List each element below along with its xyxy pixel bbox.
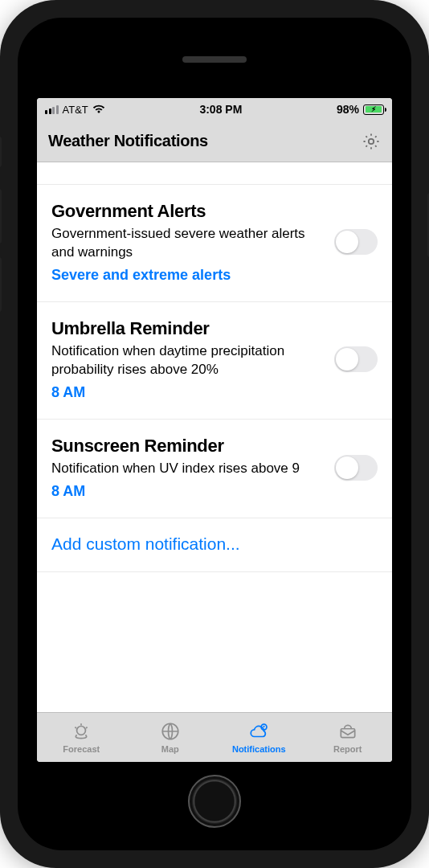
svg-rect-4	[341, 729, 354, 738]
section-time-link[interactable]: 8 AM	[51, 483, 326, 500]
status-time: 3:08 PM	[199, 103, 242, 116]
volume-up	[0, 189, 2, 244]
tab-map[interactable]: Map	[126, 713, 215, 762]
battery-percent: 98%	[337, 103, 359, 116]
nav-header: Weather Notifications	[37, 121, 392, 162]
status-bar: AT&T 3:08 PM 98% ⚡︎	[37, 98, 392, 121]
add-custom-row[interactable]: Add custom notification...	[37, 518, 392, 572]
globe-icon	[160, 721, 181, 742]
tab-label: Map	[161, 744, 179, 754]
content-scroll[interactable]: Government Alerts Government-issued seve…	[37, 162, 392, 712]
speaker-grille	[182, 56, 247, 63]
tab-label: Forecast	[63, 744, 100, 754]
section-sunscreen-reminder: Sunscreen Reminder Notification when UV …	[37, 420, 392, 518]
section-time-link[interactable]: 8 AM	[51, 384, 326, 401]
signal-bars-icon	[45, 105, 59, 114]
tab-label: Report	[333, 744, 362, 754]
tab-forecast[interactable]: Forecast	[37, 713, 126, 762]
page-title: Weather Notifications	[48, 132, 208, 150]
section-description: Notification when UV index rises above 9	[51, 460, 326, 478]
tab-bar: Forecast Map Notifications Report	[37, 712, 392, 762]
svg-point-1	[77, 727, 86, 735]
tab-notifications[interactable]: Notifications	[214, 713, 304, 762]
toggle-sunscreen-reminder[interactable]	[334, 455, 378, 481]
device-bezel: AT&T 3:08 PM 98% ⚡︎ Weather Notification…	[18, 18, 411, 850]
mute-switch	[0, 137, 2, 167]
toggle-umbrella-reminder[interactable]	[334, 346, 378, 372]
gear-icon[interactable]	[362, 132, 381, 151]
cloud-alert-icon	[248, 721, 269, 742]
envelope-cloud-icon	[337, 721, 358, 742]
tab-label: Notifications	[232, 744, 286, 754]
svg-point-0	[369, 138, 374, 143]
toggle-government-alerts[interactable]	[334, 229, 378, 255]
section-detail-link[interactable]: Severe and extreme alerts	[51, 267, 326, 284]
battery-icon: ⚡︎	[363, 104, 384, 115]
tab-report[interactable]: Report	[304, 713, 393, 762]
section-title: Umbrella Reminder	[51, 318, 326, 339]
section-description: Notification when daytime precipitation …	[51, 342, 326, 379]
device-frame: AT&T 3:08 PM 98% ⚡︎ Weather Notification…	[0, 0, 429, 868]
screen: AT&T 3:08 PM 98% ⚡︎ Weather Notification…	[37, 98, 392, 762]
status-left: AT&T	[45, 104, 105, 116]
carrier-label: AT&T	[63, 104, 88, 116]
home-button[interactable]	[188, 775, 241, 828]
section-title: Government Alerts	[51, 201, 326, 222]
add-custom-label: Add custom notification...	[51, 534, 240, 554]
section-umbrella-reminder: Umbrella Reminder Notification when dayt…	[37, 302, 392, 420]
volume-down	[0, 257, 2, 312]
wifi-icon	[92, 104, 105, 114]
section-description: Government-issued severe weather alerts …	[51, 225, 326, 262]
forecast-icon	[71, 721, 92, 742]
section-government-alerts: Government Alerts Government-issued seve…	[37, 185, 392, 302]
spacer	[37, 162, 392, 185]
status-right: 98% ⚡︎	[337, 103, 384, 116]
section-title: Sunscreen Reminder	[51, 436, 326, 457]
